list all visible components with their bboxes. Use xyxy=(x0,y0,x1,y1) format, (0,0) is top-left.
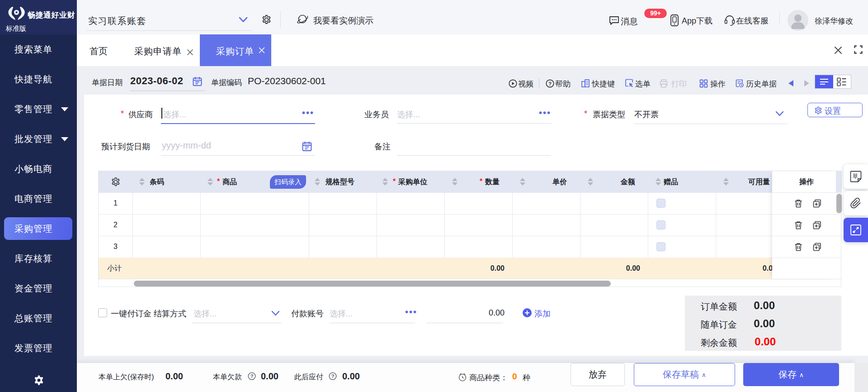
svg-text:?: ? xyxy=(331,373,335,379)
svg-text:草: 草 xyxy=(853,173,859,180)
svg-text:?: ? xyxy=(548,81,552,86)
svg-text:?: ? xyxy=(250,373,254,379)
